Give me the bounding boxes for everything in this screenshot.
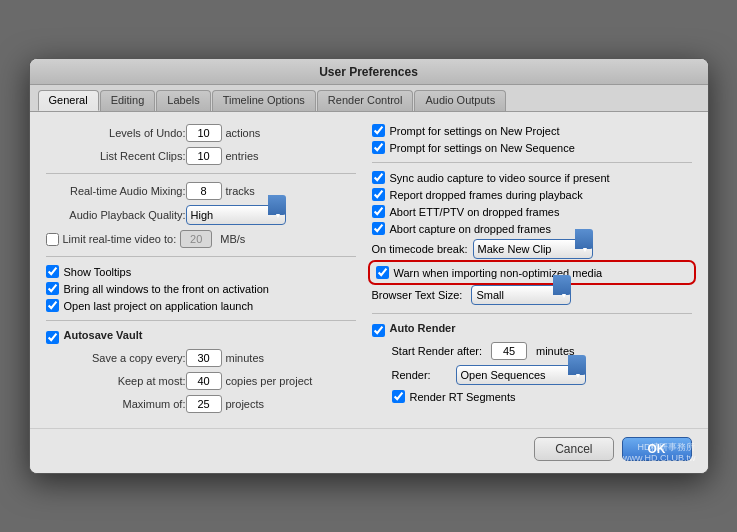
right-column: Prompt for settings on New Project Promp…: [372, 124, 692, 418]
keep-at-most-input[interactable]: [186, 372, 222, 390]
audio-playback-select-wrapper: Low Medium High: [186, 205, 286, 225]
prompt-new-project-row: Prompt for settings on New Project: [372, 124, 692, 137]
dialog-titlebar: User Preferences: [30, 59, 708, 85]
cancel-button[interactable]: Cancel: [534, 437, 613, 461]
abort-capture-label: Abort capture on dropped frames: [390, 223, 551, 235]
limit-checkbox[interactable]: [46, 233, 59, 246]
report-dropped-row: Report dropped frames during playback: [372, 188, 692, 201]
warn-importing-label: Warn when importing non-optimized media: [394, 267, 603, 279]
user-preferences-dialog: User Preferences General Editing Labels …: [29, 58, 709, 474]
sync-audio-row: Sync audio capture to video source if pr…: [372, 171, 692, 184]
watermark: HD精研事務所 www.HD.CLUB.tw: [623, 442, 696, 465]
tab-editing[interactable]: Editing: [100, 90, 156, 111]
auto-render-row: Auto Render: [372, 322, 692, 338]
autosave-vault-checkbox[interactable]: [46, 331, 59, 344]
keep-at-most-row: Keep at most: copies per project: [86, 372, 356, 390]
render-select-row: Render: Open Sequences All Sequences: [392, 365, 692, 385]
autosave-indented: Save a copy every: minutes Keep at most:…: [86, 349, 356, 413]
save-copy-input[interactable]: [186, 349, 222, 367]
start-render-input[interactable]: [491, 342, 527, 360]
timecode-row: On timecode break: Make New Clip Abort C…: [372, 239, 692, 259]
abort-capture-row: Abort capture on dropped frames: [372, 222, 692, 235]
abort-capture-checkbox[interactable]: [372, 222, 385, 235]
watermark-line2: www.HD.CLUB.tw: [623, 453, 696, 465]
render-rt-checkbox[interactable]: [392, 390, 405, 403]
prompt-new-sequence-label: Prompt for settings on New Sequence: [390, 142, 575, 154]
abort-ett-row: Abort ETT/PTV on dropped frames: [372, 205, 692, 218]
levels-of-undo-input[interactable]: [186, 124, 222, 142]
keep-at-most-suffix: copies per project: [226, 375, 313, 387]
limit-row: Limit real-time video to: MB/s: [46, 230, 356, 248]
save-copy-label: Save a copy every:: [86, 352, 186, 364]
prompt-new-project-label: Prompt for settings on New Project: [390, 125, 560, 137]
show-tooltips-label: Show Tooltips: [64, 266, 132, 278]
timecode-select[interactable]: Make New Clip Abort Capture Prompt: [473, 239, 593, 259]
warn-importing-row: Warn when importing non-optimized media: [372, 264, 692, 281]
main-columns: Levels of Undo: actions List Recent Clip…: [46, 124, 692, 418]
timecode-select-wrapper: Make New Clip Abort Capture Prompt: [473, 239, 593, 259]
sync-audio-checkbox[interactable]: [372, 171, 385, 184]
timecode-label: On timecode break:: [372, 243, 468, 255]
render-label: Render:: [392, 369, 447, 381]
abort-ett-checkbox[interactable]: [372, 205, 385, 218]
save-copy-suffix: minutes: [226, 352, 265, 364]
audio-playback-select[interactable]: Low Medium High: [186, 205, 286, 225]
save-copy-row: Save a copy every: minutes: [86, 349, 356, 367]
render-rt-label: Render RT Segments: [410, 391, 516, 403]
maximum-of-suffix: projects: [226, 398, 265, 410]
start-render-label: Start Render after:: [392, 345, 483, 357]
bring-windows-row: Bring all windows to the front on activa…: [46, 282, 356, 295]
start-render-row: Start Render after: minutes: [392, 342, 692, 360]
levels-of-undo-row: Levels of Undo: actions: [46, 124, 356, 142]
render-select[interactable]: Open Sequences All Sequences: [456, 365, 586, 385]
realtime-audio-input[interactable]: [186, 182, 222, 200]
render-rt-row: Render RT Segments: [392, 390, 692, 403]
list-recent-clips-label: List Recent Clips:: [46, 150, 186, 162]
open-last-project-checkbox[interactable]: [46, 299, 59, 312]
levels-of-undo-label: Levels of Undo:: [46, 127, 186, 139]
show-tooltips-row: Show Tooltips: [46, 265, 356, 278]
bring-windows-label: Bring all windows to the front on activa…: [64, 283, 269, 295]
report-dropped-label: Report dropped frames during playback: [390, 189, 583, 201]
auto-render-checkbox[interactable]: [372, 324, 385, 337]
tab-general[interactable]: General: [38, 90, 99, 111]
tab-audio-outputs[interactable]: Audio Outputs: [414, 90, 506, 111]
tab-labels[interactable]: Labels: [156, 90, 210, 111]
autosave-vault-label: Autosave Vault: [64, 329, 143, 341]
tab-render-control[interactable]: Render Control: [317, 90, 414, 111]
list-recent-clips-row: List Recent Clips: entries: [46, 147, 356, 165]
realtime-audio-row: Real-time Audio Mixing: tracks: [46, 182, 356, 200]
prompt-new-project-checkbox[interactable]: [372, 124, 385, 137]
browser-text-select[interactable]: Small Medium Large: [471, 285, 571, 305]
limit-suffix: MB/s: [220, 233, 245, 245]
maximum-of-label: Maximum of:: [86, 398, 186, 410]
maximum-of-row: Maximum of: projects: [86, 395, 356, 413]
limit-input[interactable]: [180, 230, 212, 248]
open-last-project-row: Open last project on application launch: [46, 299, 356, 312]
sync-audio-label: Sync audio capture to video source if pr…: [390, 172, 610, 184]
list-recent-clips-input[interactable]: [186, 147, 222, 165]
keep-at-most-label: Keep at most:: [86, 375, 186, 387]
abort-ett-label: Abort ETT/PTV on dropped frames: [390, 206, 560, 218]
audio-playback-row: Audio Playback Quality: Low Medium High: [46, 205, 356, 225]
show-tooltips-checkbox[interactable]: [46, 265, 59, 278]
tab-timeline-options[interactable]: Timeline Options: [212, 90, 316, 111]
prompt-new-sequence-row: Prompt for settings on New Sequence: [372, 141, 692, 154]
maximum-of-input[interactable]: [186, 395, 222, 413]
report-dropped-checkbox[interactable]: [372, 188, 385, 201]
button-row: Cancel OK HD精研事務所 www.HD.CLUB.tw: [30, 428, 708, 473]
realtime-audio-suffix: tracks: [226, 185, 255, 197]
bring-windows-checkbox[interactable]: [46, 282, 59, 295]
warn-importing-checkbox[interactable]: [376, 266, 389, 279]
open-last-project-label: Open last project on application launch: [64, 300, 254, 312]
auto-render-label: Auto Render: [390, 322, 456, 334]
dialog-title: User Preferences: [319, 65, 418, 79]
browser-text-row: Browser Text Size: Small Medium Large: [372, 285, 692, 305]
autosave-vault-row: Autosave Vault: [46, 329, 356, 345]
prompt-new-sequence-checkbox[interactable]: [372, 141, 385, 154]
limit-label: Limit real-time video to:: [63, 233, 177, 245]
list-recent-clips-suffix: entries: [226, 150, 259, 162]
watermark-line1: HD精研事務所: [623, 442, 696, 454]
tabs-row: General Editing Labels Timeline Options …: [30, 85, 708, 112]
levels-of-undo-suffix: actions: [226, 127, 261, 139]
